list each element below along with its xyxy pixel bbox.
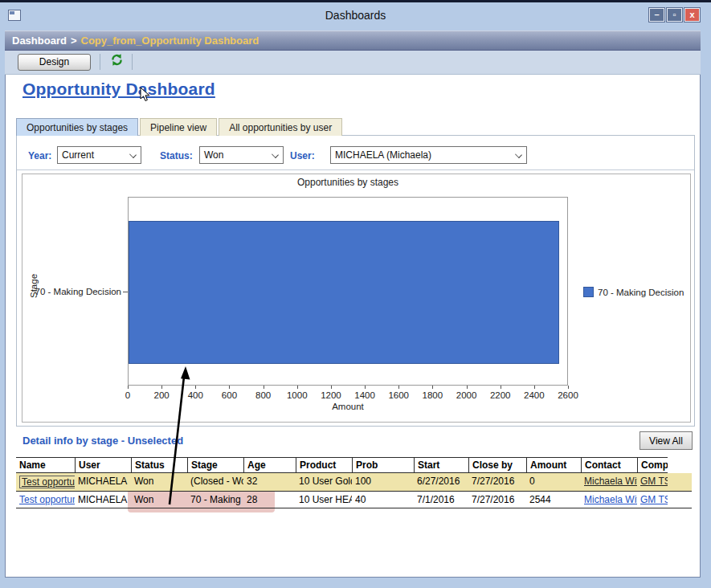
x-tick-label: 2000: [451, 390, 483, 400]
opportunity-link[interactable]: Test opportun: [19, 476, 75, 488]
x-tick-label: 2600: [552, 390, 584, 400]
cell-name: Test opportun: [16, 473, 75, 491]
cell-name: Test opportun: [16, 492, 75, 508]
table-row[interactable]: Test opportun MICHAELA Won (Closed - Wor…: [16, 473, 692, 492]
tab-all-opportunities-by-user[interactable]: All opportunities by user: [219, 118, 342, 136]
chevron-down-icon: [129, 151, 137, 158]
status-filter-label: Status:: [160, 150, 193, 161]
year-filter-label: Year:: [28, 150, 51, 161]
x-tick-label: 1400: [349, 390, 381, 400]
chart-title: Opportunities by stages: [128, 177, 568, 188]
breadcrumb-current: Copy_from_Opportunity Dashboard: [81, 35, 259, 47]
chart-plot-area: [128, 197, 568, 386]
close-button[interactable]: x: [684, 8, 700, 22]
chart-legend: 70 - Making Decision: [583, 287, 684, 297]
user-select-value: MICHAELA (Michaela): [335, 149, 431, 161]
x-tick-mark: [534, 386, 535, 389]
cell-start: 6/27/2016: [414, 473, 468, 491]
status-select[interactable]: Won: [199, 146, 284, 164]
cell-user: MICHAELA: [75, 492, 131, 508]
col-contact[interactable]: Contact: [581, 457, 637, 473]
col-amount[interactable]: Amount: [526, 457, 581, 473]
cell-age: 28: [243, 492, 296, 508]
x-tick-mark: [229, 386, 230, 389]
table-row[interactable]: Test opportun MICHAELA Won 70 - Making D…: [16, 492, 692, 508]
stage-bar[interactable]: [129, 221, 559, 364]
title-bar: Dashboards – ▫ x: [0, 2, 711, 30]
col-company[interactable]: Company: [637, 457, 668, 473]
contact-link[interactable]: Michaela Witte: [584, 494, 637, 505]
maximize-button[interactable]: ▫: [667, 8, 682, 22]
status-select-value: Won: [204, 149, 223, 161]
cell-start: 7/1/2016: [414, 492, 468, 508]
detail-table: Name User Status Stage Age Product Prob …: [16, 457, 692, 508]
y-axis-title: Stage: [29, 270, 39, 302]
legend-swatch: [583, 287, 594, 297]
cell-product: 10 User Goldf: [296, 473, 352, 491]
x-tick-mark: [331, 386, 332, 389]
toolbar: Design: [5, 51, 701, 75]
bar-chart: Opportunities by stages Stage 70 - Makin…: [22, 174, 691, 423]
legend-label: 70 - Making Decision: [598, 288, 684, 297]
tab-opportunities-by-stages[interactable]: Opportunities by stages: [16, 118, 138, 136]
contact-link[interactable]: Michaela Witte: [584, 476, 637, 487]
table-header-row: Name User Status Stage Age Product Prob …: [16, 457, 692, 473]
view-all-button[interactable]: View All: [639, 431, 693, 450]
company-link[interactable]: GM TSO com: [640, 476, 668, 487]
col-product[interactable]: Product: [296, 457, 352, 473]
x-tick-label: 600: [213, 390, 245, 400]
window-title: Dashboards: [0, 9, 711, 22]
cell-prob: 100: [352, 473, 414, 491]
cell-age: 32: [243, 473, 296, 491]
col-name[interactable]: Name: [16, 457, 75, 473]
cell-amount: 2544: [526, 492, 581, 508]
cell-contact: Michaela Witte: [581, 492, 637, 508]
user-filter-label: User:: [290, 150, 315, 161]
cell-company: GM TSO com: [637, 473, 668, 491]
tab-pipeline-view[interactable]: Pipeline view: [140, 118, 217, 136]
col-prob[interactable]: Prob: [352, 457, 414, 473]
dashboard-title-link[interactable]: Opportunity Dashboard: [22, 80, 215, 99]
cell-close-by: 7/27/2016: [468, 492, 526, 508]
cell-contact: Michaela Witte: [581, 473, 637, 491]
refresh-icon[interactable]: [108, 53, 125, 71]
col-user[interactable]: User: [75, 457, 131, 473]
y-tick-label: 70 - Making Decision: [27, 287, 121, 296]
chevron-down-icon: [515, 151, 522, 158]
filter-divider: [17, 169, 694, 170]
x-tick-mark: [467, 386, 468, 389]
col-age[interactable]: Age: [243, 457, 296, 473]
minimize-button[interactable]: –: [649, 8, 664, 22]
x-tick-mark: [297, 386, 298, 389]
cell-prob: 40: [352, 492, 414, 508]
user-select[interactable]: MICHAELA (Michaela): [330, 146, 527, 164]
x-tick-label: 0: [112, 390, 144, 400]
x-tick-label: 1000: [281, 390, 313, 400]
x-tick-mark: [432, 386, 433, 389]
x-tick-mark: [568, 386, 569, 389]
x-tick-mark: [398, 386, 399, 389]
x-tick-label: 2200: [484, 390, 517, 400]
x-tick-label: 2400: [518, 390, 550, 400]
cell-user: MICHAELA: [75, 473, 131, 491]
toolbar-separator: [100, 54, 100, 70]
company-link[interactable]: GM TSO com: [640, 494, 668, 505]
year-select[interactable]: Current: [57, 146, 141, 164]
x-tick-mark: [128, 386, 129, 389]
x-tick-mark: [264, 386, 264, 389]
tab-bar: Opportunities by stages Pipeline view Al…: [16, 118, 344, 136]
annotation-arrow: [159, 361, 199, 514]
dashboard-panel: Year: Current Status: Won User: MICHAELA…: [16, 135, 695, 427]
cell-company: GM TSO com: [637, 492, 668, 508]
x-tick-mark: [365, 386, 366, 389]
cell-amount: 0: [526, 473, 581, 491]
breadcrumb-root-link[interactable]: Dashboard: [12, 35, 67, 47]
design-button[interactable]: Design: [18, 54, 91, 71]
col-start[interactable]: Start: [414, 457, 468, 473]
opportunity-link[interactable]: Test opportun: [19, 494, 75, 505]
x-tick-label: 1200: [315, 390, 347, 400]
cell-product: 10 User HEAT: [296, 492, 352, 508]
x-tick-label: 800: [247, 390, 280, 400]
col-close-by[interactable]: Close by: [468, 457, 526, 473]
breadcrumb-separator: >: [71, 35, 77, 47]
